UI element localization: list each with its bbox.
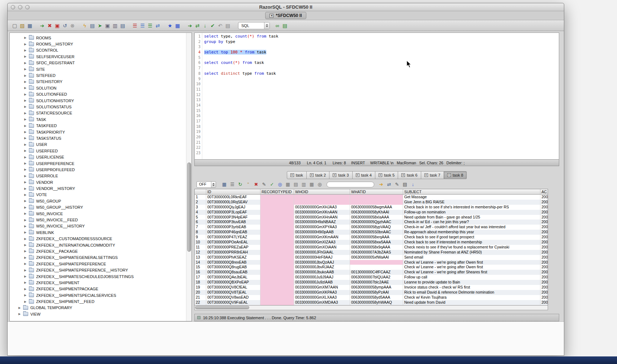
row-number[interactable]: 1 (195, 195, 206, 200)
undo-icon[interactable]: ↶ (216, 22, 224, 29)
code-line[interactable] (204, 119, 559, 124)
grid-cell[interactable]: 006300000058ypVAAQ (350, 225, 403, 230)
grid-cell[interactable]: 0033000000GmXIZAA3 (294, 240, 350, 245)
tree-item-taskpriority[interactable]: ▶TASKPRIORITY (10, 129, 191, 135)
table-row[interactable]: 1800T3000000QBXPeEAP0033000000Ju9zlAAB00… (195, 280, 548, 285)
code-line[interactable] (204, 103, 559, 108)
code-line[interactable]: select distinct type from task (204, 71, 559, 77)
disclosure-triangle-icon[interactable]: ▶ (24, 112, 29, 115)
disclosure-triangle-icon[interactable]: ▶ (24, 80, 29, 83)
row-count-icon[interactable]: ▤ (281, 22, 289, 29)
grid-cell[interactable] (294, 200, 350, 205)
column-header-recordtypeid[interactable]: RECORDTYPEID (260, 189, 294, 194)
apply-filter-icon[interactable]: ➔ (377, 181, 385, 188)
export-icon[interactable]: ➤ (96, 22, 104, 29)
result-tab-task-2[interactable]: task 2 (307, 171, 329, 179)
grid-cell[interactable]: 0033000000Ju9zlAAB (294, 280, 350, 285)
table-row[interactable]: 800T3000000P46qnEAB0033000000H9i0pAAB006… (195, 230, 548, 235)
column-header-ac[interactable]: AC (540, 189, 548, 194)
grid-cell[interactable]: 006300000058xrqAAA (350, 235, 403, 240)
grid-cell[interactable]: Check nexis to see if they've found a re… (403, 245, 540, 250)
disclosure-triangle-icon[interactable]: ▶ (24, 275, 29, 278)
tree-item-vote[interactable]: ▶VOTE (10, 192, 191, 198)
indent-icon[interactable]: ☰ (146, 22, 154, 29)
find-icon[interactable]: ◎ (276, 181, 284, 188)
format-sql-icon[interactable]: ☰ (139, 22, 146, 29)
grid-cell[interactable]: 0033000000JFhGlAAL (294, 250, 350, 255)
grid-cell[interactable]: 00T3000000P3LopEAF (206, 210, 260, 215)
disclosure-triangle-icon[interactable]: ▶ (24, 256, 29, 259)
grid-cell[interactable]: 0033000000GmXKmAAN (294, 235, 350, 240)
code-line[interactable]: select top 100 * from task (204, 50, 559, 55)
code-line[interactable]: group by type (204, 39, 559, 45)
table-view-icon[interactable]: ▦ (284, 181, 292, 188)
tree-item-w50-invoice-history[interactable]: ▶W50_INVOICE__HISTORY (10, 223, 191, 229)
disclosure-triangle-icon[interactable]: ▶ (24, 74, 29, 77)
grid-cell[interactable]: 200 (540, 230, 548, 235)
grid-cell[interactable]: Need update from Bain - gave go ahead 1/… (403, 215, 540, 220)
grid-cell[interactable]: 200 (540, 270, 548, 275)
disclosure-triangle-icon[interactable]: ▶ (24, 61, 29, 65)
grid-cell[interactable]: 0033000000GmXPYAA3 (294, 225, 350, 230)
sort-icon[interactable]: ☰ (131, 22, 139, 29)
grid-cell[interactable] (260, 230, 294, 235)
grid-cell[interactable]: Send email (403, 255, 540, 260)
grid-cell[interactable]: 00630000007A3bZAAS (350, 250, 403, 255)
sort-result-icon[interactable]: ☰ (228, 181, 236, 188)
grid-cell[interactable]: 00T3000000PREZaEAP (206, 245, 260, 250)
tab-close-icon[interactable] (310, 173, 314, 177)
transpose-icon[interactable]: ⇄ (385, 181, 393, 188)
code-line[interactable] (204, 135, 559, 140)
grid-cell[interactable]: 00T3000000QV8TjEAL (206, 290, 260, 295)
table-row[interactable]: 2100T3000000QV8wsEAD0033000000GmXLXAA300… (195, 295, 548, 300)
tree-item-zkfedex-shipment-feed[interactable]: ▶ZKFEDEX__SHIPMENT__FEED (10, 298, 191, 304)
grid-cell[interactable]: Re-approach about membership this year (403, 230, 540, 235)
grid-cell[interactable]: 00T3000000P3tuvEAB (206, 220, 260, 225)
row-number[interactable]: 15 (195, 265, 206, 270)
combo-stepper-icon[interactable] (264, 22, 269, 29)
grid-cell[interactable]: Follow-up on nomination (403, 210, 540, 215)
grid-cell[interactable] (260, 270, 294, 275)
grid-cell[interactable]: 00T3000000P3N4pEAF (206, 215, 260, 220)
tree-item-userfeed[interactable]: ▶USERFEED (10, 148, 191, 154)
grid-cell[interactable]: 200 (540, 205, 548, 210)
grid-cell[interactable]: 0033000000GmXKnAAN (294, 210, 350, 215)
table-row[interactable]: 2200T3000000QV9FaEAL0033000000GmXMDAA300… (195, 300, 548, 305)
disclosure-triangle-icon[interactable]: ▶ (24, 130, 29, 134)
row-number[interactable]: 4 (195, 210, 206, 215)
grid-cell[interactable] (260, 250, 294, 255)
row-number[interactable]: 13 (195, 255, 206, 260)
code-line[interactable] (204, 113, 559, 119)
grid-cell[interactable] (350, 265, 403, 270)
grid-cell[interactable] (350, 260, 403, 265)
row-number[interactable]: 7 (195, 225, 206, 230)
code-line[interactable] (204, 124, 559, 130)
grid-cell[interactable]: 200 (540, 210, 548, 215)
results-hscrollbar[interactable] (194, 306, 548, 310)
tree-item-global-temporary[interactable]: ▶GLOBAL TEMPORARY (10, 305, 191, 311)
grid-cell[interactable]: 200 (540, 275, 548, 280)
grid-cell[interactable]: 200 (540, 220, 548, 225)
disclosure-triangle-icon[interactable]: ▶ (24, 86, 29, 90)
grid-cell[interactable]: 200 (540, 280, 548, 285)
grid-cell[interactable]: 006300000058x9qAAA (350, 245, 403, 250)
code-line[interactable] (204, 82, 559, 87)
grid-cell[interactable]: 0033000000GmXKPAA3 (294, 290, 350, 295)
row-number[interactable]: 8 (195, 230, 206, 235)
tree-item-sitefeed[interactable]: ▶SITEFEED (10, 72, 191, 78)
grid-cell[interactable]: 006300000058yPzAAI (350, 290, 403, 295)
grid-cell[interactable] (260, 205, 294, 210)
off-stepper-icon[interactable] (211, 182, 216, 187)
grid-cell[interactable]: 00T3000000QBXPeEAP (206, 280, 260, 285)
save-icon[interactable]: ▦ (26, 22, 34, 29)
tree-item-solutionfeed[interactable]: ▶SOLUTIONFEED (10, 91, 191, 98)
code-line[interactable] (204, 151, 559, 156)
rollback-icon[interactable]: ↺ (61, 22, 69, 29)
tree-item-taskstatus[interactable]: ▶TASKSTATUS (10, 135, 191, 141)
tab-close-icon[interactable] (290, 173, 294, 177)
log-icon[interactable]: ▤ (119, 22, 126, 29)
tree-item-zkfedex-shipment[interactable]: ▶ZKFEDEX__SHIPMENT (10, 280, 191, 286)
result-tab-task-4[interactable]: task 4 (353, 171, 375, 179)
table-row[interactable]: 600T3000000P3tuvEAB0033000000H9aNBAAZ006… (195, 220, 548, 225)
grid-cell[interactable]: 0033000000GmXLXAA3 (294, 295, 350, 300)
